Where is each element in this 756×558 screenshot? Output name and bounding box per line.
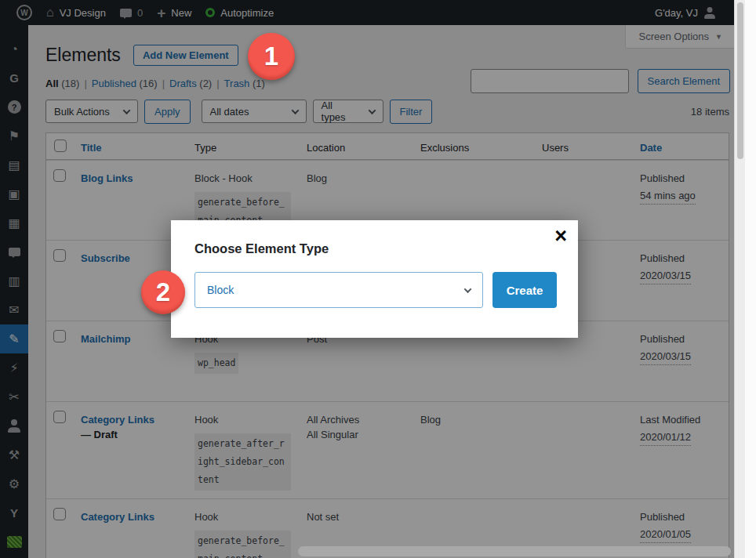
window-edge xyxy=(745,0,756,558)
create-button[interactable]: Create xyxy=(492,272,557,308)
annotation-number: 2 xyxy=(156,277,170,307)
element-type-value: Block xyxy=(207,284,234,296)
vertical-scrollbar-thumb[interactable] xyxy=(737,2,743,159)
vertical-scrollbar-track[interactable] xyxy=(734,0,745,558)
annotation-number: 1 xyxy=(264,42,278,71)
modal-title: Choose Element Type xyxy=(194,241,329,256)
element-type-select[interactable]: Block xyxy=(194,272,483,308)
close-icon[interactable]: × xyxy=(554,223,567,248)
annotation-step-2: 2 xyxy=(141,270,185,314)
chevron-down-icon xyxy=(464,285,472,293)
annotation-step-1: 1 xyxy=(248,33,295,80)
horizontal-scrollbar-thumb[interactable] xyxy=(298,546,731,556)
choose-element-type-modal: × Choose Element Type Block Create xyxy=(171,220,578,338)
wordpress-admin-screen: W ⌂ VJ Design 0 + New Autoptimize G'day,… xyxy=(0,0,756,558)
